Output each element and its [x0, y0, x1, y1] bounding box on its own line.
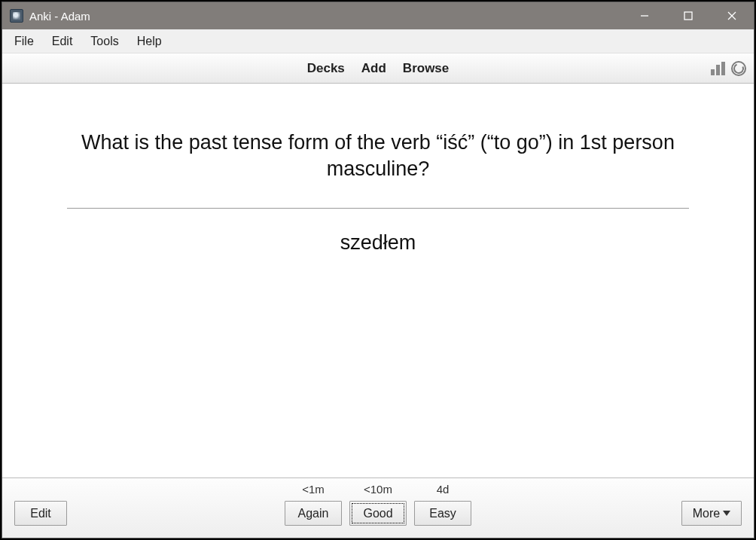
interval-labels: <1m <10m 4d [2, 483, 754, 496]
bottombar: <1m <10m 4d Edit Again Good Easy More [2, 477, 754, 538]
maximize-icon [684, 11, 693, 20]
titlebar: Anki - Adam [2, 2, 754, 29]
window-title: Anki - Adam [29, 10, 90, 23]
more-button[interactable]: More [681, 501, 742, 526]
menu-file[interactable]: File [5, 32, 43, 51]
toolbar: Decks Add Browse [2, 53, 754, 84]
interval-good: <10m [346, 483, 410, 496]
again-button[interactable]: Again [285, 501, 342, 526]
close-button[interactable] [710, 2, 754, 29]
card-answer: szedłem [340, 231, 416, 255]
minimize-button[interactable] [623, 2, 666, 29]
interval-again: <1m [281, 483, 346, 496]
chevron-down-icon [723, 511, 730, 516]
menu-help[interactable]: Help [128, 32, 171, 51]
svg-rect-1 [684, 12, 692, 20]
toolbar-center: Decks Add Browse [2, 61, 754, 76]
sync-icon[interactable] [731, 61, 746, 76]
nav-add[interactable]: Add [361, 61, 386, 76]
more-button-label: More [693, 507, 720, 520]
menu-edit[interactable]: Edit [43, 32, 82, 51]
interval-easy: 4d [410, 483, 475, 496]
card-area: What is the past tense form of the verb … [2, 84, 754, 477]
minimize-icon [640, 11, 649, 20]
answer-buttons: Again Good Easy [2, 501, 754, 526]
menu-tools[interactable]: Tools [81, 32, 127, 51]
good-button[interactable]: Good [349, 501, 407, 526]
nav-decks[interactable]: Decks [307, 61, 345, 76]
stats-icon[interactable] [711, 62, 725, 75]
card-question: What is the past tense form of the verb … [47, 130, 709, 182]
maximize-button[interactable] [666, 2, 710, 29]
nav-browse[interactable]: Browse [403, 61, 449, 76]
easy-button[interactable]: Easy [414, 501, 471, 526]
close-icon [727, 11, 736, 20]
menubar: File Edit Tools Help [2, 29, 754, 53]
card-divider [67, 208, 689, 209]
app-icon [10, 9, 23, 23]
